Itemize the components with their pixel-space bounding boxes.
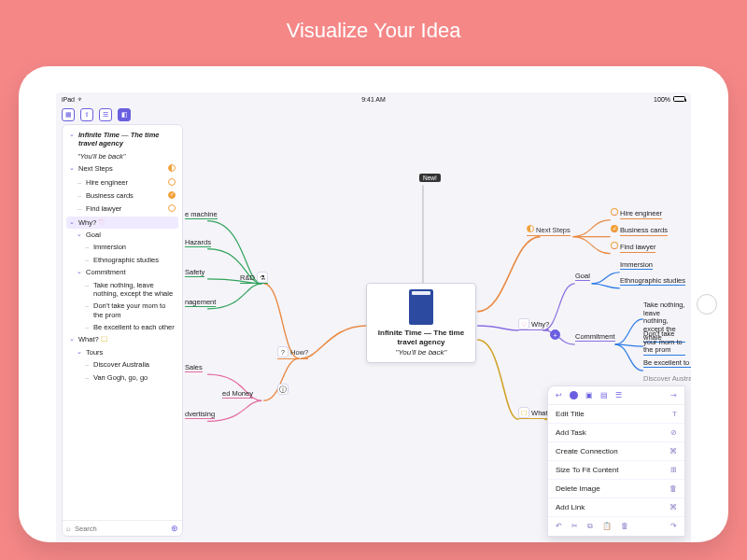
- node-leaf[interactable]: Ethnographic studies: [620, 276, 685, 286]
- search-input[interactable]: [75, 525, 167, 533]
- add-icon[interactable]: +: [550, 329, 560, 340]
- outline-item[interactable]: ⌄What? ☐: [66, 333, 178, 345]
- home-button[interactable]: [697, 294, 717, 315]
- task-open-icon: [611, 208, 618, 216]
- ctx-create-connection[interactable]: Create Connection⌘: [548, 442, 684, 461]
- outline-item[interactable]: –Business cards: [66, 189, 178, 203]
- app-screen: iPad ᯤ 9:41 AM 100% ▦ ⇪ ☰ ◧ ⌄ Infinite T…: [56, 92, 691, 542]
- redo-icon[interactable]: ↷: [670, 522, 677, 531]
- chevron-down-icon[interactable]: ⌄: [68, 335, 76, 343]
- ctx-edit-title[interactable]: Edit TitleT: [548, 405, 684, 424]
- chevron-down-icon[interactable]: ⌄: [76, 348, 83, 357]
- ctx-add-link[interactable]: Add Link⌘: [548, 498, 684, 517]
- outline-item[interactable]: –Take nothing, leave nothing, except the…: [66, 279, 178, 301]
- image-icon[interactable]: ▣: [585, 391, 593, 399]
- info-icon: ⓘ: [277, 384, 289, 395]
- outline-item[interactable]: –Be excellent to each other: [66, 321, 178, 333]
- connector-toggle-icon[interactable]: ⊸: [670, 391, 677, 399]
- grid-icon[interactable]: ▦: [62, 108, 75, 121]
- hero-title: Visualize Your Idea: [0, 0, 747, 66]
- search-icon: ⌕: [66, 525, 71, 533]
- outline-item[interactable]: –Find lawyer: [66, 203, 178, 216]
- node-rd[interactable]: R&D ⚗: [240, 272, 268, 284]
- node-commitment[interactable]: Commitment: [575, 332, 615, 342]
- columns-icon[interactable]: ◧: [118, 108, 131, 121]
- color-dot-icon[interactable]: [570, 391, 578, 399]
- node-why[interactable]: ♡ Why?: [518, 318, 549, 330]
- paste-icon[interactable]: 📋: [602, 522, 612, 531]
- copy-icon[interactable]: ⧉: [587, 522, 593, 531]
- task-done-icon: [168, 191, 176, 199]
- chevron-down-icon[interactable]: ⌄: [68, 164, 76, 173]
- device-label: iPad: [62, 96, 75, 103]
- question-icon: ?: [277, 346, 289, 357]
- node-money[interactable]: ed Money: [222, 389, 253, 399]
- outline-item-why[interactable]: ⌄ Why? ♡: [66, 217, 178, 229]
- node-leaf[interactable]: Be excellent to each other: [643, 358, 691, 368]
- task-open-icon: [168, 204, 176, 212]
- outline-item[interactable]: –Discover Australia: [66, 358, 178, 371]
- task-icon: ⊘: [670, 428, 677, 437]
- ctx-delete-image[interactable]: Delete Image🗑: [548, 480, 684, 498]
- outline-item[interactable]: –Immersion: [66, 241, 178, 253]
- search-bar[interactable]: ⌕ ⊛: [63, 520, 182, 536]
- node-leaf[interactable]: e machine: [185, 210, 218, 219]
- outline-item[interactable]: –Hire engineer: [66, 176, 178, 189]
- link-icon: ⌘: [669, 503, 677, 511]
- outline-item[interactable]: ⌄Goal: [66, 229, 178, 241]
- node-leaf[interactable]: Discover Australia: [643, 374, 691, 383]
- ctx-add-task[interactable]: Add Task⊘: [548, 424, 684, 442]
- note-icon: ☐: [518, 407, 529, 418]
- cut-icon[interactable]: ✂: [571, 522, 578, 531]
- node-leaf[interactable]: Safety: [185, 268, 204, 277]
- node-leaf[interactable]: Sales: [185, 363, 203, 372]
- task-open-icon: [168, 178, 176, 186]
- heart-icon: ♡: [98, 218, 105, 227]
- outline-subtitle: "You'll be back": [66, 150, 178, 162]
- task-done-icon: [611, 225, 618, 232]
- chevron-down-icon[interactable]: ⌄: [68, 131, 76, 139]
- node-goal[interactable]: Goal: [575, 272, 590, 281]
- outline-item[interactable]: –Ethnographic studies: [66, 254, 178, 266]
- ctx-size-fit[interactable]: Size To Fit Content⊞: [548, 461, 684, 480]
- note-icon: ☐: [101, 335, 107, 343]
- node-leaf[interactable]: Don't take your mom to the prom: [643, 330, 685, 356]
- text-icon: T: [672, 410, 677, 418]
- toolbar: ▦ ⇪ ☰ ◧: [56, 105, 691, 124]
- note-icon[interactable]: ▤: [600, 391, 608, 399]
- list-icon[interactable]: ☰: [99, 108, 112, 121]
- node-leaf[interactable]: Hazards: [185, 238, 211, 247]
- outline-title-row[interactable]: ⌄ Infinite Time — The time travel agency: [66, 129, 178, 150]
- node-leaf[interactable]: dvertising: [185, 410, 215, 419]
- filter-icon[interactable]: ☰: [615, 391, 622, 399]
- context-menu: ↩ ▣ ▤ ☰ ⊸ Edit TitleT Add Task⊘ Create C…: [547, 385, 685, 537]
- node-leaf[interactable]: Business cards: [611, 225, 668, 234]
- node-leaf[interactable]: nagement: [185, 298, 216, 307]
- link-icon: ⌘: [669, 447, 677, 455]
- outline-item[interactable]: ⌄ Next Steps: [66, 162, 178, 175]
- outline-item[interactable]: –Van Gogh, go, go: [66, 371, 178, 384]
- node-how[interactable]: ? How?: [277, 346, 308, 359]
- node-leaf[interactable]: Find lawyer: [611, 242, 655, 251]
- chevron-down-icon[interactable]: ⌄: [76, 268, 83, 276]
- node-leaf[interactable]: Immersion: [620, 260, 653, 270]
- node-leaf[interactable]: Hire engineer: [611, 208, 662, 217]
- undo-icon[interactable]: ↩: [556, 391, 562, 399]
- delete-icon[interactable]: 🗑: [621, 522, 628, 531]
- outline-item[interactable]: –Don't take your mom to the prom: [66, 300, 178, 321]
- node-next-steps[interactable]: Next Steps: [527, 225, 571, 236]
- outline-item[interactable]: ⌄Commitment: [66, 266, 178, 278]
- undo-icon[interactable]: ↶: [556, 522, 562, 531]
- outline-item[interactable]: ⌄Tours: [66, 346, 178, 358]
- center-node[interactable]: Infinite Time — The time travel agency "…: [366, 283, 476, 363]
- chevron-down-icon[interactable]: ⌄: [76, 231, 83, 239]
- chevron-down-icon[interactable]: ⌄: [68, 218, 76, 227]
- mindmap-canvas[interactable]: New! Infinite Time — The time travel age…: [189, 124, 685, 537]
- center-title: Infinite Time — The time travel agency: [373, 329, 470, 346]
- clear-icon[interactable]: ⊛: [171, 524, 178, 533]
- clock: 9:41 AM: [361, 96, 386, 103]
- ipad-frame: iPad ᯤ 9:41 AM 100% ▦ ⇪ ☰ ◧ ⌄ Infinite T…: [19, 66, 728, 542]
- wifi-icon: ᯤ: [78, 96, 84, 103]
- share-icon[interactable]: ⇪: [80, 108, 93, 121]
- tardis-icon: [409, 289, 433, 325]
